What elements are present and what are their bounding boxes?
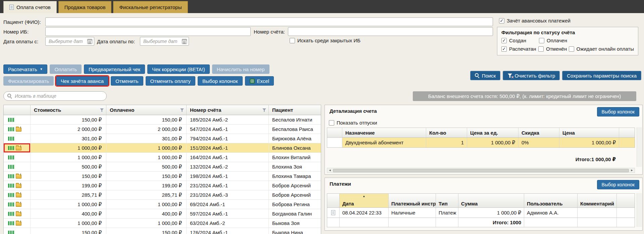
- cost-cell: 400,00 ₽: [31, 209, 106, 218]
- details-column-header[interactable]: Цена: [559, 128, 619, 137]
- invoice-row[interactable]: 150,00 ₽150,00 ₽176/2024 Амб.-1Быкова Ни…: [4, 228, 321, 234]
- excel-export-button[interactable]: Excel: [245, 76, 274, 86]
- status-checkbox-printed[interactable]: Распечатан: [501, 46, 538, 52]
- account-number-cell: 231/2024 Амб.-1: [187, 181, 269, 190]
- payments-column-label: Дата: [342, 201, 354, 206]
- correction-receipt-button[interactable]: Чек коррекции (BETA!): [147, 64, 209, 74]
- patient-cell: Беспалова Раиса: [269, 125, 321, 134]
- payments-column-header[interactable]: Тип: [436, 194, 458, 207]
- invoice-row[interactable]: 2 000,00 ₽2 000,00 ₽547/2024 Амб.-1Беспа…: [4, 125, 321, 134]
- checkbox-label: Распечатан: [509, 46, 536, 52]
- payment-date-cell: 08.04.2024 22:33: [340, 208, 389, 218]
- status-checkbox-awaiting-online-payment[interactable]: Ожидает онлайн оплаты: [569, 46, 634, 52]
- invoice-row[interactable]: 1 000,00 ₽1 000,00 ₽151/2024 Амб.-1Блино…: [4, 143, 321, 153]
- table-search-input[interactable]: [15, 93, 103, 99]
- invoice-row[interactable]: 1 000,00 ₽1 000,00 ₽164/2024 Амб.-1Блохи…: [4, 153, 321, 162]
- payments-column-label: Платежный инструмент: [391, 201, 436, 206]
- choose-columns-button[interactable]: Выбор колонок: [198, 76, 242, 86]
- ib-number-input[interactable]: [45, 27, 251, 36]
- patient-cell: Блохина Зоя: [269, 162, 321, 171]
- calendar-icon[interactable]: [87, 39, 92, 44]
- column-header-account[interactable]: Номер счёта: [187, 105, 269, 115]
- payment-amount-cell: 1 000,00 ₽: [458, 208, 524, 218]
- payment-row[interactable]: 08.04.2024 22:33НаличныеПлатеж1 000,00 ₽…: [327, 208, 635, 218]
- details-column-header[interactable]: Цена за ед.: [467, 128, 518, 137]
- account-number-cell: 185/2024 Амб.-2: [187, 115, 269, 124]
- filter-funnel-icon[interactable]: [180, 108, 184, 112]
- tab-goods-sale[interactable]: Продажа товаров: [58, 1, 112, 13]
- table-search-box[interactable]: [3, 91, 107, 101]
- details-choose-columns-button[interactable]: Выбор колонок: [597, 107, 639, 116]
- invoice-row[interactable]: 150,00 ₽150,00 ₽198/2024 Амб.-1Блохина Т…: [4, 172, 321, 181]
- invoice-row[interactable]: 1 000,00 ₽1 000,00 ₽69/2024 Амб.-1Бобров…: [4, 200, 321, 209]
- patient-cell: Бобров Арсений: [269, 190, 321, 199]
- clear-filter-button[interactable]: Очистить фильтр: [503, 71, 560, 80]
- invoice-row[interactable]: 301,00 ₽301,00 ₽794/2024 Амб.-1Бирюкова …: [4, 134, 321, 143]
- column-header-patient[interactable]: Пациент: [269, 105, 321, 115]
- show-vacations-checkbox[interactable]: Показать отпуски: [329, 120, 377, 126]
- invoice-row[interactable]: 400,00 ₽400,00 ₽597/2024 Амб.-1Богданова…: [4, 209, 321, 219]
- advance-offset-receipt-button[interactable]: Чек зачёта аванса: [56, 76, 108, 86]
- account-number-cell: 547/2024 Амб.-1: [187, 125, 269, 134]
- balance-banner: Баланс внешнего счета гостя: 500,00 ₽, (…: [413, 91, 636, 101]
- clear-filter-icon: [507, 74, 512, 78]
- tab-fiscal-registers[interactable]: Фискальные регистраторы: [113, 1, 188, 13]
- account-number-cell: 231/2024 Амб.-3: [187, 190, 269, 199]
- column-header-cost[interactable]: Стоимость: [31, 105, 106, 115]
- details-column-header[interactable]: Кол-во: [426, 128, 467, 137]
- cancel-payment-button[interactable]: Отменить оплату: [146, 76, 195, 86]
- cost-cell: 1 000,00 ₽: [31, 153, 106, 162]
- print-button[interactable]: Распечатать▼: [3, 64, 47, 74]
- vertical-scrollbar[interactable]: [637, 127, 642, 167]
- invoice-row[interactable]: 500,00 ₽500,00 ₽132/2024 Амб.-2Блохина З…: [4, 162, 321, 172]
- button-label: Фискализировать: [8, 78, 49, 84]
- invoice-row[interactable]: 150,00 ₽150,00 ₽185/2024 Амб.-2Беспалов …: [4, 115, 321, 125]
- preliminary-receipt-button[interactable]: Предварительный чек: [84, 64, 145, 74]
- patient-label: Пациент (ФИО):: [3, 19, 41, 25]
- paid-cell: 199,00 ₽: [106, 181, 187, 190]
- patient-cell: Блохина Тамара: [269, 172, 321, 181]
- date-to-input[interactable]: Выберите дат: [140, 37, 189, 46]
- invoice-row[interactable]: 1 000,00 ₽1 000,00 ₽63/2024 Амб.-2Быкова…: [4, 219, 321, 228]
- filter-funnel-icon[interactable]: [262, 108, 266, 112]
- paid-cell: 1 000,00 ₽: [106, 219, 187, 228]
- payments-choose-columns-button[interactable]: Выбор колонок: [597, 180, 639, 189]
- row-status-icons-cell: [4, 162, 31, 171]
- calendar-icon[interactable]: [182, 39, 187, 44]
- invoices-table-header: СтоимостьОплаченоНомер счётаПациент: [4, 105, 321, 115]
- save-search-params-button[interactable]: Сохранить параметры поиска: [562, 71, 641, 80]
- payments-column-header[interactable]: Платежный инструмент: [389, 194, 436, 207]
- paid-cell: 150,00 ₽: [106, 115, 187, 124]
- scroll-left-arrow-icon[interactable]: ◄: [327, 168, 333, 173]
- date-from-input[interactable]: Выберите дат: [45, 37, 94, 46]
- filter-funnel-icon[interactable]: [100, 108, 104, 112]
- payments-column-label: Тип: [439, 201, 448, 206]
- status-checkbox-cancelled[interactable]: Отменён: [538, 46, 568, 52]
- closed-ib-checkbox[interactable]: Искать среди закрытых ИБ: [290, 38, 360, 43]
- row-status-icons-cell: [4, 143, 31, 152]
- payments-column-header[interactable]: ▲Дата: [340, 194, 389, 207]
- vertical-scrollbar[interactable]: [637, 193, 642, 227]
- cost-cell: 150,00 ₽: [31, 115, 106, 124]
- cancel-button[interactable]: Отменить: [111, 76, 143, 86]
- column-header-paid[interactable]: Оплачено: [106, 105, 187, 115]
- status-checkbox-paid[interactable]: Оплачен: [539, 38, 567, 43]
- tab-invoice-payment[interactable]: Оплата счетов: [3, 1, 57, 13]
- payments-column-header[interactable]: Комментарий: [578, 194, 617, 207]
- scrollbar-thumb[interactable]: [333, 169, 629, 172]
- button-label: Распечатать: [8, 66, 37, 72]
- patient-input[interactable]: [45, 17, 493, 26]
- scroll-right-arrow-icon[interactable]: ►: [629, 168, 635, 173]
- invoice-row[interactable]: 199,00 ₽199,00 ₽231/2024 Амб.-1Бобров Ар…: [4, 181, 321, 190]
- horizontal-scrollbar[interactable]: ◄ ►: [327, 168, 635, 173]
- details-column-header[interactable]: Скидка: [518, 128, 559, 137]
- payments-column-header[interactable]: Пользователь: [524, 194, 578, 207]
- details-column-header[interactable]: Назначение: [342, 128, 426, 137]
- status-checkbox-created[interactable]: Создан: [501, 38, 539, 43]
- account-number-input[interactable]: [288, 27, 493, 36]
- details-row[interactable]: Двухдневный абонемент11 000,00 ₽0%1 000,…: [327, 138, 635, 148]
- advance-offset-checkbox[interactable]: Зачёт авансовых платежей: [499, 18, 571, 24]
- payments-column-header[interactable]: Сумма: [458, 194, 524, 207]
- invoice-row[interactable]: 285,71 ₽285,71 ₽231/2024 Амб.-3Бобров Ар…: [4, 190, 321, 200]
- search-button[interactable]: Поиск: [470, 71, 501, 80]
